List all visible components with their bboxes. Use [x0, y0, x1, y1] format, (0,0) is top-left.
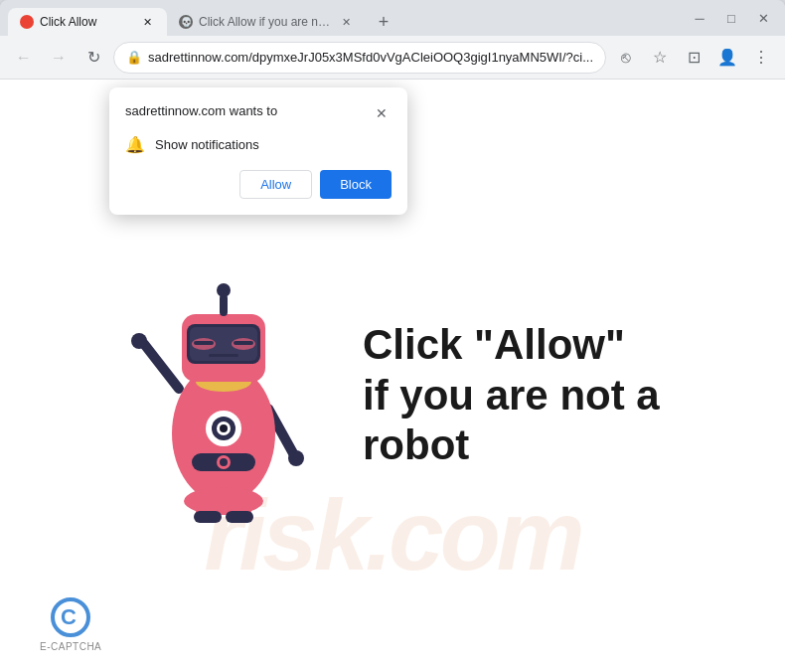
address-bar[interactable]: 🔒 sadrettinnow.com/dpymxeJrJ05x3MSfd0vVg…	[113, 42, 606, 74]
lock-icon: 🔒	[126, 50, 142, 65]
bell-icon: 🔔	[125, 135, 145, 154]
svg-rect-22	[209, 354, 238, 357]
svg-rect-27	[226, 511, 253, 523]
extension-button[interactable]: ⊡	[678, 42, 709, 74]
forward-icon: →	[51, 49, 67, 67]
browser-window: Click Allow ✕ 💀 Click Allow if you are n…	[0, 0, 785, 672]
tab-click-allow-robot[interactable]: 💀 Click Allow if you are not a robot ✕	[167, 8, 366, 36]
minimize-button[interactable]: ─	[686, 4, 713, 32]
svg-line-0	[144, 344, 179, 389]
svg-point-3	[288, 450, 304, 466]
svg-rect-14	[220, 294, 228, 316]
popup-header: sadrettinnow.com wants to ✕	[125, 103, 392, 123]
tab1-title: Click Allow	[40, 15, 133, 29]
profile-button[interactable]: 👤	[711, 42, 743, 74]
tab2-title: Click Allow if you are not a robot	[199, 15, 332, 29]
content-area: risk.com	[0, 80, 785, 672]
bookmark-icon: ☆	[653, 48, 667, 67]
forward-button[interactable]: →	[43, 42, 74, 74]
svg-point-11	[220, 424, 228, 432]
refresh-button[interactable]: ↻	[78, 42, 109, 74]
popup-title: sadrettinnow.com wants to	[125, 103, 277, 118]
profile-icon: 👤	[717, 48, 737, 67]
main-text: Click "Allow" if you are not a robot	[363, 320, 661, 470]
title-bar: Click Allow ✕ 💀 Click Allow if you are n…	[0, 0, 785, 36]
share-button[interactable]: ⎋	[610, 42, 642, 74]
svg-point-1	[131, 333, 147, 349]
allow-button[interactable]: Allow	[239, 170, 312, 199]
popup-close-button[interactable]: ✕	[372, 103, 392, 123]
window-controls: ─ □ ✕	[686, 4, 777, 32]
maximize-button[interactable]: □	[717, 4, 745, 32]
ecaptcha-label: E-CAPTCHA	[40, 641, 101, 652]
svg-text:C: C	[61, 604, 77, 629]
tab-click-allow[interactable]: Click Allow ✕	[8, 8, 167, 36]
tabs-area: Click Allow ✕ 💀 Click Allow if you are n…	[8, 0, 678, 36]
svg-rect-26	[194, 511, 222, 523]
back-icon: ←	[16, 49, 32, 67]
close-button[interactable]: ✕	[749, 4, 777, 32]
extension-icon: ⊡	[688, 48, 701, 67]
back-button[interactable]: ←	[8, 42, 39, 74]
popup-notification-text: Show notifications	[155, 137, 259, 152]
notification-popup: sadrettinnow.com wants to ✕ 🔔 Show notif…	[109, 87, 407, 215]
tab2-favicon: 💀	[179, 15, 193, 29]
popup-buttons: Allow Block	[125, 170, 392, 199]
svg-point-15	[217, 283, 231, 297]
nav-bar: ← → ↻ 🔒 sadrettinnow.com/dpymxeJrJ05x3MS…	[0, 36, 785, 80]
tab2-close[interactable]: ✕	[338, 14, 354, 30]
popup-notification-row: 🔔 Show notifications	[125, 135, 392, 154]
menu-button[interactable]: ⋮	[745, 42, 777, 74]
bookmark-button[interactable]: ☆	[644, 42, 676, 74]
new-tab-button[interactable]: +	[370, 8, 397, 36]
share-icon: ⎋	[621, 49, 631, 67]
refresh-icon: ↻	[87, 48, 100, 67]
nav-actions: ⎋ ☆ ⊡ 👤 ⋮	[610, 42, 777, 74]
svg-rect-21	[234, 341, 253, 345]
url-text: sadrettinnow.com/dpymxeJrJ05x3MSfd0vVgAC…	[148, 50, 593, 65]
ecaptcha-logo-icon: C	[51, 597, 90, 637]
tab1-favicon	[20, 15, 34, 29]
popup-close-icon: ✕	[376, 105, 388, 121]
svg-rect-19	[194, 341, 214, 345]
svg-point-7	[220, 458, 228, 466]
robot-illustration	[124, 235, 343, 557]
ecaptcha-section: C E-CAPTCHA	[40, 597, 101, 652]
menu-icon: ⋮	[753, 48, 769, 67]
block-button[interactable]: Block	[320, 170, 392, 199]
tab1-close[interactable]: ✕	[139, 14, 155, 30]
robot-section: Click "Allow" if you are not a robot	[124, 235, 661, 557]
